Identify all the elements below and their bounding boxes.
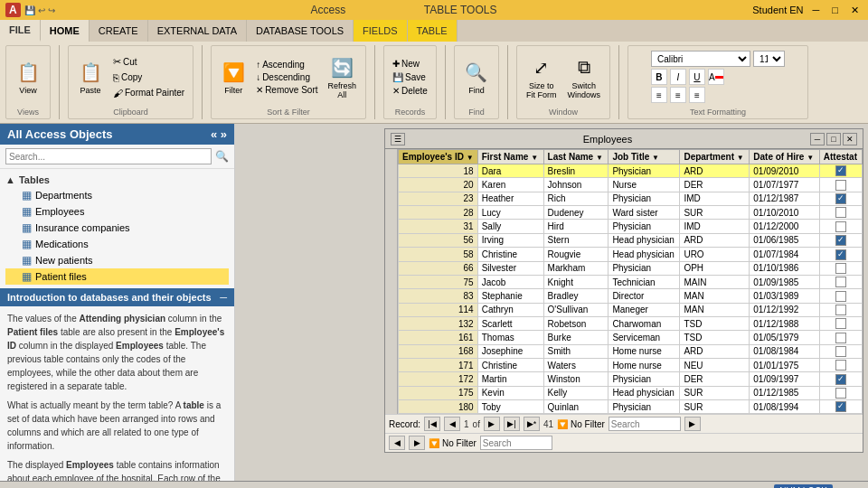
align-left-button[interactable]: ≡ [651,87,667,103]
tab-external-data[interactable]: EXTERNAL DATA [148,20,247,42]
switch-windows-button[interactable]: ⧉ SwitchWindows [563,53,604,101]
table-row[interactable]: 83 Stephanie Bradley Director MAN 01/03/… [399,289,863,303]
table-row[interactable]: 161 Thomas Burke Serviceman TSD 01/05/19… [399,331,863,344]
view-layout-icon[interactable]: ⊡ [854,485,863,489]
attestat-checkbox[interactable] [835,374,846,385]
italic-button[interactable]: I [670,69,686,85]
nav2-search-input[interactable] [480,436,552,450]
cell-att[interactable] [819,344,862,358]
table-scroll-area[interactable]: Employee's ID ▼ First Name ▼ Last Name ▼… [398,149,863,414]
sidebar-item-departments[interactable]: ▦ Departments [5,187,229,203]
attestat-checkbox[interactable] [835,263,846,274]
sidebar-item-new-patients[interactable]: ▦ New patients [5,252,229,268]
first-record-btn[interactable]: |◀ [424,417,440,431]
attestat-checkbox[interactable] [835,388,846,399]
save-button[interactable]: 💾 Save [390,71,430,83]
scroll-right-btn[interactable]: ▶ [684,417,701,431]
attestat-checkbox[interactable] [835,249,846,260]
table-row[interactable]: 172 Martin Winston Physician DER 01/09/1… [399,372,863,386]
col-header-first[interactable]: First Name ▼ [477,150,543,164]
sidebar-item-medications[interactable]: ▦ Medications [5,236,229,252]
table-row[interactable]: 18 Dara Breslin Physician ARD 01/09/2010 [399,164,863,178]
save-quick-btn[interactable]: 💾 [24,5,35,15]
paste-button[interactable]: 📋 Paste [74,58,107,97]
table-row[interactable]: 175 Kevin Kelly Head physician SUR 01/12… [399,386,863,399]
attestat-checkbox[interactable] [835,221,846,232]
attestat-checkbox[interactable] [835,360,846,371]
table-row[interactable]: 168 Josephine Smith Home nurse ARD 01/08… [399,344,863,358]
attestat-checkbox[interactable] [835,277,846,287]
col-header-dept[interactable]: Department ▼ [680,150,750,164]
copy-button[interactable]: ⎘ Copy [110,71,187,84]
attestat-checkbox[interactable] [835,180,846,191]
tab-fields[interactable]: FIELDS [354,20,408,42]
table-search-input[interactable] [609,417,681,431]
cell-att[interactable] [819,233,862,247]
table-window-menu-btn[interactable]: ☰ [391,133,405,145]
cell-att[interactable] [819,248,862,261]
cell-att[interactable] [819,303,862,316]
col-header-id[interactable]: Employee's ID ▼ [399,150,478,164]
sidebar-item-employees[interactable]: ▦ Employees [5,203,229,220]
cell-att[interactable] [819,331,862,344]
attestat-checkbox[interactable] [835,193,846,204]
cell-att[interactable] [819,359,862,372]
refresh-button[interactable]: 🔄 RefreshAll [325,53,361,101]
col-header-hire[interactable]: Date of Hire ▼ [750,150,819,164]
cell-att[interactable] [819,261,862,275]
col-header-job[interactable]: Job Title ▼ [609,150,680,164]
nav2-prev-btn[interactable]: ◀ [389,436,405,450]
font-size-select[interactable]: 11 [753,51,785,67]
sidebar-item-insurance[interactable]: ▦ Insurance companies [5,220,229,236]
underline-button[interactable]: U [689,69,705,85]
table-row[interactable]: 114 Cathryn O'Sullivan Maneger MAN 01/12… [399,303,863,316]
close-btn[interactable]: ✕ [847,5,863,16]
attestat-checkbox[interactable] [835,401,846,412]
find-button[interactable]: 🔍 Find [460,58,493,97]
tables-collapse-icon[interactable]: ▲ [5,174,15,185]
table-row[interactable]: 66 Silvester Markham Physician OPH 01/10… [399,261,863,275]
col-header-att[interactable]: Attestat [819,150,862,164]
attestat-checkbox[interactable] [835,235,846,246]
tab-table[interactable]: TABLE [408,20,458,42]
col-header-last[interactable]: Last Name ▼ [543,150,609,164]
attestat-checkbox[interactable] [835,291,846,302]
table-row[interactable]: 58 Christine Rougvie Head physician URO … [399,248,863,261]
descending-button[interactable]: ↓ Descending [253,71,320,83]
next-record-btn[interactable]: ▶ [484,417,500,431]
attestat-checkbox[interactable] [835,333,846,343]
cell-att[interactable] [819,192,862,205]
remove-sort-button[interactable]: ✕ Remove Sort [253,84,320,96]
undo-btn[interactable]: ↩ [38,5,45,15]
tab-file[interactable]: FILE [0,20,41,42]
view-button[interactable]: 📋 View [12,58,44,97]
filter-button[interactable]: 🔽 Filter [217,58,250,97]
align-right-button[interactable]: ≡ [689,87,705,103]
cell-att[interactable] [819,206,862,220]
attestat-checkbox[interactable] [835,318,846,329]
tab-database-tools[interactable]: DATABASE TOOLS [247,20,354,42]
nav2-next-btn[interactable]: ▶ [409,436,425,450]
cell-att[interactable] [819,220,862,233]
prev-record-btn[interactable]: ◀ [444,417,460,431]
view-normal-icon[interactable]: ▦ [838,485,848,489]
cell-att[interactable] [819,289,862,303]
restore-btn[interactable]: □ [828,5,842,15]
bold-button[interactable]: B [651,69,667,85]
table-row[interactable]: 31 Sally Hird Physician IMD 01/12/2000 [399,220,863,233]
attestat-checkbox[interactable] [835,305,846,315]
table-row[interactable]: 20 Karen Johnson Nurse DER 01/07/1977 [399,178,863,192]
cell-att[interactable] [819,178,862,192]
table-minimize-btn[interactable]: ─ [810,133,825,145]
attestat-checkbox[interactable] [835,165,846,176]
sidebar-item-patient-files[interactable]: ▦ Patient files [5,268,229,285]
ascending-button[interactable]: ↑ Ascending [253,59,320,70]
cell-att[interactable] [819,164,862,178]
last-record-btn[interactable]: ▶| [504,417,520,431]
new-record-btn[interactable]: ▶* [524,417,540,431]
table-row[interactable]: 171 Christine Waters Home nurse NEU 01/0… [399,359,863,372]
cell-att[interactable] [819,316,862,330]
cell-att[interactable] [819,400,862,414]
table-row[interactable]: 180 Toby Quinlan Physician SUR 01/08/199… [399,400,863,414]
attestat-checkbox[interactable] [835,207,846,218]
